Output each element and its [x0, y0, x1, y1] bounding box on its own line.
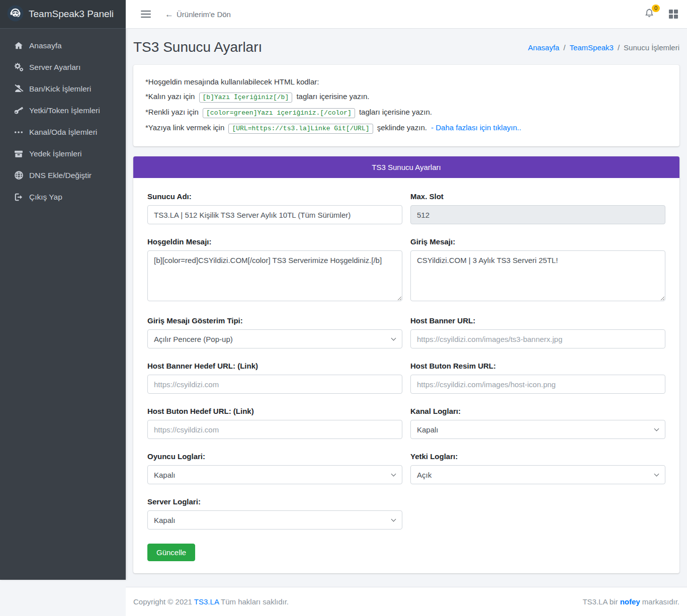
oyuncu-loglari-select[interactable]: Kapalı — [147, 465, 402, 484]
field-host-buton-resim: Host Buton Resim URL: — [410, 362, 665, 394]
sidebar-item-label: DNS Ekle/Değiştir — [29, 171, 92, 180]
hosgeldin-mesaji-textarea[interactable] — [147, 250, 402, 301]
server-loglari-label: Server Loglari: — [147, 497, 402, 506]
breadcrumb-home-link[interactable]: Anasayfa — [528, 43, 560, 52]
footer-nofey-brand: nofey — [620, 597, 640, 606]
guncelle-button[interactable]: Güncelle — [147, 544, 195, 561]
host-banner-url-input[interactable] — [410, 329, 665, 348]
field-max-slot: Max. Slot — [410, 192, 665, 224]
main-content: TS3 Sunucu Ayarları Anasayfa / TeamSpeak… — [126, 29, 687, 583]
yetki-loglari-label: Yetki Logları: — [410, 452, 665, 461]
bbcode-url-example: [URL=https://ts3.la]Linke Git[/URL] — [228, 124, 373, 134]
host-buton-resim-label: Host Buton Resim URL: — [410, 362, 665, 370]
key-icon — [13, 105, 24, 116]
settings-card-header: TS3 Sunucu Ayarları — [133, 156, 679, 178]
bell-icon — [644, 12, 655, 20]
bbcode-bold-example: [b]Yazı İçeriğiniz[/b] — [199, 93, 293, 103]
host-buton-hedef-input[interactable] — [147, 420, 402, 439]
host-banner-hedef-input[interactable] — [147, 375, 402, 394]
back-to-products-link[interactable]: ← Ürünlerim'e Dön — [165, 10, 231, 19]
back-link-label: Ürünlerim'e Dön — [177, 10, 231, 19]
topbar: ← Ürünlerim'e Dön 0 — [126, 0, 687, 29]
sidebar-item-label: Ban/Kick İşlemleri — [29, 84, 91, 94]
breadcrumb-separator: / — [563, 43, 565, 52]
sidebar-item-label: Çıkış Yap — [29, 193, 62, 202]
field-giris-mesaji: Giriş Mesajı: — [410, 237, 665, 303]
breadcrumb-section-link[interactable]: TeamSpeak3 — [569, 43, 614, 52]
sidebar-item-label: Server Ayarları — [29, 63, 80, 72]
bbcode-color-example: [color=green]Yazı içeriğiniz.[/color] — [203, 108, 355, 118]
gears-icon — [13, 62, 24, 73]
oyuncu-loglari-label: Oyuncu Loglari: — [147, 452, 402, 461]
field-host-banner-url: Host Banner URL: — [410, 316, 665, 348]
help-line-4: *Yazıya link vermek için [URL=https://ts… — [145, 121, 667, 135]
help-line-2: *Kalın yazı için [b]Yazı İçeriğiniz[/b] … — [145, 90, 667, 104]
footer: Copyright © 2021 TS3.LA Tüm hakları sakl… — [126, 587, 687, 616]
notification-badge: 0 — [652, 5, 660, 12]
field-oyuncu-loglari: Oyuncu Loglari: Kapalı — [147, 452, 402, 484]
sidebar-item-label: Kanal/Oda İşlemleri — [29, 128, 97, 137]
sidebar-item-cikis[interactable]: Çıkış Yap — [4, 186, 122, 208]
field-host-banner-hedef: Host Banner Hedef URL: (Link) — [147, 362, 402, 394]
giris-mesaji-label: Giriş Mesajı: — [410, 237, 665, 246]
sidebar-item-label: Yedek İşlemleri — [29, 149, 82, 158]
host-buton-resim-input[interactable] — [410, 375, 665, 394]
sidebar: TeamSpeak3 Paneli Anasayfa — [0, 0, 126, 580]
sunucu-adi-input[interactable] — [147, 205, 402, 224]
help-line-3: *Renkli yazı için [color=green]Yazı içer… — [145, 106, 667, 119]
field-server-loglari: Server Loglari: Kapalı — [147, 497, 402, 530]
host-banner-url-label: Host Banner URL: — [410, 316, 665, 325]
host-banner-hedef-label: Host Banner Hedef URL: (Link) — [147, 362, 402, 370]
server-loglari-select[interactable]: Kapalı — [147, 510, 402, 530]
teamspeak-logo-icon — [7, 5, 24, 24]
field-sunucu-adi: Sunucu Adı: — [147, 192, 402, 224]
footer-ts3la-link[interactable]: TS3.LA — [194, 597, 219, 606]
kanal-loglari-select[interactable]: Kapalı — [410, 420, 665, 439]
kanal-loglari-label: Kanal Logları: — [410, 407, 665, 415]
sidebar-item-kanal-oda[interactable]: Kanal/Oda İşlemleri — [4, 121, 122, 143]
back-arrow-icon: ← — [165, 10, 174, 19]
footer-brand-note: TS3.LA bir nofey markasıdır. — [582, 597, 679, 606]
user-slash-icon — [13, 83, 24, 95]
sidebar-item-anasayfa[interactable]: Anasayfa — [4, 35, 122, 56]
globe-icon — [13, 170, 24, 181]
ellipsis-icon — [13, 127, 24, 138]
sidebar-item-yedek[interactable]: Yedek İşlemleri — [4, 143, 122, 164]
page-title: TS3 Sunucu Ayarları — [133, 39, 262, 55]
sidebar-item-server-ayarlari[interactable]: Server Ayarları — [4, 56, 122, 78]
field-host-buton-hedef: Host Buton Hedef URL: (Link) — [147, 407, 402, 439]
gosterim-tipi-select[interactable]: Açılır Pencere (Pop-up) — [147, 329, 402, 348]
menu-toggle-icon[interactable] — [141, 9, 151, 20]
brand-title: TeamSpeak3 Paneli — [29, 9, 114, 20]
breadcrumb-separator: / — [618, 43, 620, 52]
settings-card: TS3 Sunucu Ayarları Sunucu Adı: Max. Slo… — [133, 156, 679, 573]
breadcrumb: Anasayfa / TeamSpeak3 / Sunucu İşlemleri — [528, 43, 679, 52]
breadcrumb-current: Sunucu İşlemleri — [624, 43, 679, 52]
notifications-button[interactable]: 0 — [644, 8, 655, 21]
field-hosgeldin-mesaji: Hoşgeldin Mesajı: — [147, 237, 402, 303]
gosterim-tipi-label: Giriş Mesajı Gösterim Tipi: — [147, 316, 402, 325]
home-icon — [13, 40, 24, 51]
sunucu-adi-label: Sunucu Adı: — [147, 192, 402, 201]
brand[interactable]: TeamSpeak3 Paneli — [0, 0, 126, 29]
yetki-loglari-select[interactable]: Açık — [410, 465, 665, 484]
archive-icon — [13, 148, 24, 159]
max-slot-label: Max. Slot — [410, 192, 665, 201]
signout-icon — [13, 192, 24, 203]
sidebar-item-ban-kick[interactable]: Ban/Kick İşlemleri — [4, 78, 122, 100]
max-slot-input — [410, 205, 665, 224]
sidebar-item-dns[interactable]: DNS Ekle/Değiştir — [4, 164, 122, 186]
more-info-link[interactable]: - Daha fazlası için tıklayın.. — [431, 123, 521, 132]
sidebar-item-label: Yetki/Token İşlemleri — [29, 106, 100, 115]
apps-grid-icon[interactable] — [669, 10, 678, 19]
sidebar-item-yetki-token[interactable]: Yetki/Token İşlemleri — [4, 100, 122, 121]
field-gosterim-tipi: Giriş Mesajı Gösterim Tipi: Açılır Pence… — [147, 316, 402, 348]
hosgeldin-mesaji-label: Hoşgeldin Mesajı: — [147, 237, 402, 246]
help-line-1: *Hoşgeldin mesajında kullanılabilecek HT… — [145, 75, 667, 88]
sidebar-item-label: Anasayfa — [29, 41, 62, 50]
host-buton-hedef-label: Host Buton Hedef URL: (Link) — [147, 407, 402, 415]
help-card: *Hoşgeldin mesajında kullanılabilecek HT… — [133, 65, 679, 146]
giris-mesaji-textarea[interactable] — [410, 250, 665, 301]
footer-copyright: Copyright © 2021 TS3.LA Tüm hakları sakl… — [133, 597, 289, 606]
field-yetki-loglari: Yetki Logları: Açık — [410, 452, 665, 484]
